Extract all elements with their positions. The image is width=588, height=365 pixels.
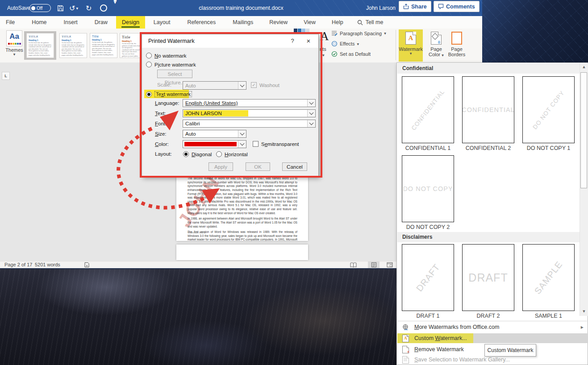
style-set-card-3[interactable]: Title Heading 1 On the Insert tab, the g… — [90, 33, 117, 58]
page-color-label-1: Page — [430, 46, 442, 52]
style-card-body: On the Insert tab, the galleries include… — [92, 41, 115, 56]
watermark-button[interactable]: A Watermark ▼ — [399, 29, 423, 62]
watermark-thumb-do-not-copy-1[interactable]: DO NOT COPY — [522, 76, 575, 143]
checkbox[interactable] — [253, 141, 259, 147]
diagonal-radio[interactable]: Diagonal — [183, 151, 212, 157]
radio-circle[interactable] — [216, 151, 222, 157]
select-picture-button[interactable]: Select Picture... — [157, 70, 192, 78]
web-layout-view-button[interactable] — [384, 261, 396, 268]
undo-dropdown-icon[interactable]: ▼ — [76, 7, 78, 10]
scroll-down-button[interactable]: ▼ — [580, 308, 588, 315]
style-card-title: Title — [122, 35, 140, 39]
dropdown-arrow-icon[interactable] — [307, 110, 315, 117]
dialog-close-button[interactable]: × — [302, 36, 315, 46]
gallery-scrollbar[interactable]: ▲ ▼ — [580, 63, 588, 316]
tell-me-search[interactable]: Tell me — [357, 19, 384, 25]
checkbox[interactable]: ✓ — [251, 82, 257, 88]
style-set-card-1[interactable]: TITLE Heading 1 On the Insert tab, the g… — [26, 33, 54, 58]
radio-circle[interactable] — [146, 53, 152, 58]
tab-layout[interactable]: Layout — [148, 16, 176, 29]
tab-review[interactable]: Review — [263, 16, 293, 29]
radio-circle-selected[interactable] — [146, 91, 152, 97]
tab-draw[interactable]: Draw — [89, 16, 113, 29]
washout-checkbox[interactable]: ✓ Washout — [251, 82, 279, 88]
tab-references[interactable]: References — [181, 16, 221, 29]
text-watermark-radio[interactable]: Text watermark — [146, 91, 192, 97]
desktop-wallpaper-circuit — [482, 0, 588, 67]
horizontal-label: Horizontal — [225, 152, 248, 157]
radio-circle[interactable] — [146, 62, 152, 67]
custom-watermark-tooltip: Custom Watermark — [484, 344, 536, 357]
text-combobox[interactable]: JOHN LARSON — [183, 109, 316, 117]
themes-button[interactable]: Aa Themes ▼ — [4, 29, 25, 56]
submenu-arrow-icon: ▶ — [581, 325, 584, 329]
tab-file[interactable]: File — [0, 16, 21, 29]
save-button[interactable] — [57, 0, 64, 16]
page-indicator[interactable]: Page 2 of 17 — [4, 262, 32, 268]
redo-button[interactable]: ↻ — [86, 0, 92, 16]
comments-button[interactable]: Comments — [434, 1, 480, 12]
fonts-icon[interactable]: A — [320, 29, 329, 43]
comments-icon — [438, 4, 444, 9]
scale-combobox[interactable]: Auto — [183, 81, 246, 90]
undo-button[interactable]: ↺▼ — [69, 0, 78, 16]
ok-button[interactable]: OK — [246, 162, 270, 171]
picture-watermark-label: Picture watermark — [154, 62, 196, 67]
watermark-thumb-sample-1[interactable]: SAMPLE — [522, 244, 575, 311]
menu-custom-watermark[interactable]: A Custom Watermark... — [397, 333, 588, 343]
share-button[interactable]: Share — [399, 1, 431, 12]
word-count[interactable]: 5201 words — [35, 262, 60, 268]
read-mode-view-button[interactable] — [347, 261, 359, 268]
watermark-thumb-draft-2[interactable]: DRAFT — [462, 244, 514, 311]
effects-button[interactable]: Effects▼ — [331, 41, 359, 47]
color-combobox[interactable] — [183, 140, 246, 148]
picture-watermark-radio[interactable]: Picture watermark — [146, 62, 196, 67]
scrollbar-thumb[interactable] — [580, 72, 587, 188]
page-borders-label-1: Page — [451, 46, 463, 52]
watermark-thumb-confidential-1[interactable]: CONFIDENTIAL — [402, 76, 454, 143]
save-icon — [57, 5, 64, 12]
watermark-thumb-draft-1[interactable]: DRAFT — [402, 244, 454, 311]
language-combobox[interactable]: English (United States) — [183, 99, 316, 107]
size-combobox[interactable]: Auto — [183, 130, 246, 138]
dropdown-arrow-icon[interactable] — [238, 130, 246, 137]
dropdown-arrow-icon[interactable] — [307, 120, 315, 127]
dropdown-arrow-icon[interactable] — [238, 141, 246, 148]
font-combobox[interactable]: Calibri — [183, 120, 316, 128]
watermark-thumb-do-not-copy-2[interactable]: DO NOT COPY — [402, 155, 454, 222]
semitransparent-checkbox[interactable]: Semitransparent — [253, 141, 299, 147]
dropdown-arrow-icon[interactable] — [238, 82, 246, 89]
style-set-card-2[interactable]: TITLE Heading 1 On the Insert tab, the g… — [59, 33, 87, 58]
menu-more-watermarks[interactable]: More Watermarks from Office.com ▶ — [397, 322, 588, 332]
thumb-watermark-text: SAMPLE — [533, 259, 565, 296]
tab-mailings[interactable]: Mailings — [227, 16, 259, 29]
tab-help[interactable]: Help — [326, 16, 349, 29]
radio-circle-selected[interactable] — [183, 151, 189, 157]
tab-view[interactable]: View — [298, 16, 321, 29]
page-borders-button[interactable]: Page Borders — [445, 29, 469, 62]
tab-design[interactable]: Design — [116, 16, 145, 29]
horizontal-radio[interactable]: Horizontal — [216, 151, 248, 157]
size-label: Size: — [155, 131, 167, 137]
tab-home[interactable]: Home — [26, 16, 52, 29]
apply-button[interactable]: Apply — [209, 162, 233, 171]
paragraph-spacing-button[interactable]: Paragraph Spacing▼ — [331, 30, 386, 36]
proofing-status-icon[interactable] — [84, 262, 90, 268]
tab-stop-selector[interactable]: L — [2, 72, 10, 80]
tab-insert[interactable]: Insert — [58, 16, 83, 29]
customize-qat-button[interactable]: ▬▼ — [113, 0, 117, 16]
ink-tool-button[interactable] — [100, 0, 107, 16]
style-set-card-4[interactable]: Title Heading 1 On the Insert tab, the g… — [120, 33, 142, 58]
no-watermark-radio[interactable]: No watermark — [146, 53, 187, 58]
autosave-toggle[interactable]: Off — [29, 0, 51, 16]
thumb-label: CONFIDENTIAL 1 — [402, 145, 454, 151]
search-icon — [357, 20, 363, 25]
scroll-up-button[interactable]: ▲ — [580, 63, 588, 71]
print-layout-view-button[interactable] — [368, 261, 379, 268]
dialog-help-button[interactable]: ? — [286, 36, 299, 46]
document-page-next[interactable] — [176, 245, 308, 260]
watermark-thumb-confidential-2[interactable]: CONFIDENTIAL — [462, 76, 514, 143]
cancel-button[interactable]: Cancel — [282, 162, 307, 171]
set-as-default-button[interactable]: Set as Default — [331, 51, 371, 57]
dropdown-arrow-icon[interactable] — [307, 100, 315, 107]
